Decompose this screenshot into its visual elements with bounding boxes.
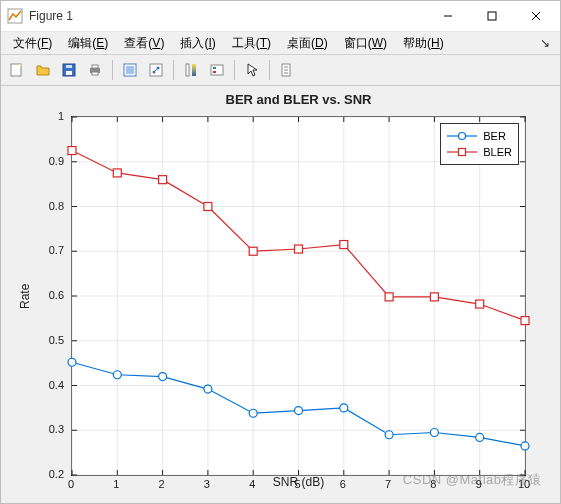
x-tick-label: 3 — [204, 478, 210, 490]
menu-bar: 文件(F) 编辑(E) 查看(V) 插入(I) 工具(T) 桌面(D) 窗口(W… — [1, 32, 560, 55]
y-tick-label: 1 — [34, 110, 64, 122]
x-tick-label: 9 — [476, 478, 482, 490]
svg-rect-9 — [66, 65, 72, 68]
svg-rect-19 — [186, 64, 189, 76]
legend-entry-ber[interactable]: BER — [447, 128, 512, 144]
svg-point-90 — [159, 373, 167, 381]
menu-window[interactable]: 窗口(W) — [336, 33, 395, 54]
y-tick-label: 0.6 — [34, 289, 64, 301]
svg-rect-2 — [488, 12, 496, 20]
close-button[interactable] — [514, 1, 558, 31]
x-tick-label: 2 — [159, 478, 165, 490]
svg-rect-100 — [113, 169, 121, 177]
x-tick-label: 0 — [68, 478, 74, 490]
legend-label-ber: BER — [483, 130, 506, 142]
svg-point-94 — [340, 404, 348, 412]
y-tick-label: 0.3 — [34, 423, 64, 435]
svg-point-88 — [68, 358, 76, 366]
menu-view[interactable]: 查看(V) — [116, 33, 172, 54]
x-tick-label: 1 — [113, 478, 119, 490]
svg-point-97 — [476, 433, 484, 441]
svg-rect-5 — [11, 64, 21, 76]
x-tick-label: 7 — [385, 478, 391, 490]
svg-point-93 — [295, 407, 303, 415]
svg-point-89 — [113, 371, 121, 379]
y-tick-label: 0.5 — [34, 334, 64, 346]
svg-rect-21 — [211, 65, 223, 75]
svg-rect-107 — [430, 293, 438, 301]
svg-point-91 — [204, 385, 212, 393]
legend-entry-bler[interactable]: BLER — [447, 144, 512, 160]
toolbar-separator — [173, 60, 174, 80]
toolbar-separator — [234, 60, 235, 80]
svg-rect-101 — [159, 176, 167, 184]
y-tick-label: 0.7 — [34, 244, 64, 256]
legend-swatch-ber — [447, 129, 477, 143]
svg-rect-103 — [249, 247, 257, 255]
minimize-button[interactable] — [426, 1, 470, 31]
menu-desktop[interactable]: 桌面(D) — [279, 33, 336, 54]
window-title: Figure 1 — [29, 9, 426, 23]
svg-point-96 — [430, 428, 438, 436]
svg-point-98 — [521, 442, 529, 450]
svg-rect-14 — [126, 66, 134, 74]
y-tick-label: 0.9 — [34, 155, 64, 167]
svg-rect-11 — [92, 65, 98, 68]
svg-rect-113 — [459, 149, 466, 156]
legend-swatch-bler — [447, 145, 477, 159]
toolbar-separator — [112, 60, 113, 80]
x-tick-label: 4 — [249, 478, 255, 490]
save-icon[interactable] — [57, 58, 81, 82]
edit-plot-icon[interactable] — [118, 58, 142, 82]
menu-edit[interactable]: 编辑(E) — [60, 33, 116, 54]
insert-icon[interactable] — [275, 58, 299, 82]
svg-point-95 — [385, 431, 393, 439]
svg-rect-20 — [192, 64, 196, 76]
svg-rect-106 — [385, 293, 393, 301]
svg-rect-105 — [340, 241, 348, 249]
chart-title: BER and BLER vs. SNR — [71, 92, 526, 107]
menu-file[interactable]: 文件(F) — [5, 33, 60, 54]
svg-rect-109 — [521, 317, 529, 325]
menu-tools[interactable]: 工具(T) — [224, 33, 279, 54]
figure-canvas[interactable]: BER and BLER vs. SNR Rate BER BLE — [1, 86, 560, 503]
y-axis-label: Rate — [15, 116, 35, 476]
menu-help[interactable]: 帮助(H) — [395, 33, 452, 54]
svg-rect-8 — [66, 71, 72, 75]
toolbar — [1, 55, 560, 86]
insert-legend-icon[interactable] — [205, 58, 229, 82]
svg-point-111 — [459, 133, 466, 140]
svg-rect-102 — [204, 203, 212, 211]
menu-insert[interactable]: 插入(I) — [172, 33, 223, 54]
y-tick-label: 0.4 — [34, 379, 64, 391]
svg-point-92 — [249, 409, 257, 417]
link-icon[interactable] — [144, 58, 168, 82]
plot-area — [72, 117, 525, 475]
pointer-icon[interactable] — [240, 58, 264, 82]
maximize-button[interactable] — [470, 1, 514, 31]
menu-overflow-icon[interactable]: ↘ — [534, 36, 556, 50]
svg-rect-108 — [476, 300, 484, 308]
insert-colorbar-icon[interactable] — [179, 58, 203, 82]
axes[interactable]: BER BLER — [71, 116, 526, 476]
x-tick-label: 8 — [430, 478, 436, 490]
svg-rect-99 — [68, 147, 76, 155]
legend[interactable]: BER BLER — [440, 123, 519, 165]
toolbar-separator — [269, 60, 270, 80]
legend-label-bler: BLER — [483, 146, 512, 158]
open-icon[interactable] — [31, 58, 55, 82]
svg-rect-104 — [295, 245, 303, 253]
app-icon — [7, 8, 23, 24]
print-icon[interactable] — [83, 58, 107, 82]
new-figure-icon[interactable] — [5, 58, 29, 82]
x-tick-label: 6 — [340, 478, 346, 490]
x-tick-label: 5 — [294, 478, 300, 490]
title-bar: Figure 1 — [1, 1, 560, 32]
svg-rect-12 — [92, 72, 98, 75]
figure-window: Figure 1 文件(F) 编辑(E) 查看(V) 插入(I) 工具(T) 桌… — [0, 0, 561, 504]
y-tick-label: 0.8 — [34, 200, 64, 212]
y-tick-label: 0.2 — [34, 468, 64, 480]
x-tick-label: 10 — [518, 478, 530, 490]
